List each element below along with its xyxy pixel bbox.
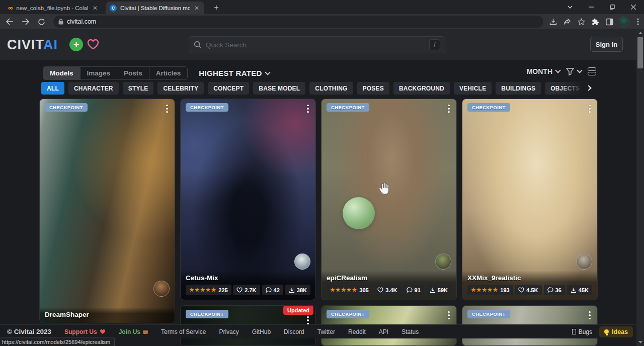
comment-icon <box>266 287 272 293</box>
model-card-dreamshaper[interactable]: CHECKPOINT DreamShaper <box>39 99 175 323</box>
upload-plus-button[interactable]: + <box>69 38 83 51</box>
creator-avatar[interactable] <box>576 253 592 270</box>
category-vehicle[interactable]: VEHICLE <box>454 82 492 95</box>
tab-close-icon[interactable]: ✕ <box>92 5 99 12</box>
category-all[interactable]: ALL <box>41 82 64 95</box>
model-preview-image <box>462 99 597 300</box>
filter-funnel-dropdown[interactable] <box>566 68 582 75</box>
new-tab-button[interactable]: + <box>210 2 222 13</box>
window-menu-chevron-icon[interactable] <box>559 0 581 14</box>
search-icon <box>194 41 202 49</box>
join-us-link[interactable]: Join Us <box>119 328 148 335</box>
footer-link-discord[interactable]: Discord <box>284 328 304 335</box>
category-buildings[interactable]: BUILDINGS <box>496 82 541 95</box>
download-icon[interactable] <box>547 16 559 28</box>
support-us-label: Support Us <box>64 328 97 335</box>
status-url-text: https://civitai.com/models/25694/epicrea… <box>2 339 110 345</box>
scrollbar-down-arrow-icon[interactable] <box>638 341 642 343</box>
tab-title: Civitai | Stable Diffusion models, <box>120 5 190 11</box>
category-style[interactable]: STYLE <box>123 82 154 95</box>
rating-count: 225 <box>218 287 227 293</box>
tab-posts[interactable]: Posts <box>117 67 149 79</box>
model-card-epicrealism[interactable]: CHECKPOINT epiCRealism ★★★★★ 305 3.4K 91 <box>321 99 457 300</box>
back-icon[interactable] <box>3 15 16 28</box>
scrollbar-thumb[interactable] <box>637 37 643 68</box>
window-controls <box>559 0 644 14</box>
card-menu-kebab-icon[interactable] <box>163 103 172 114</box>
minimize-icon[interactable] <box>581 0 602 14</box>
rating-pill: ★★★★★ 305 <box>327 285 372 295</box>
category-poses[interactable]: POSES <box>357 82 389 95</box>
scrollbar-up-arrow-icon[interactable] <box>638 32 642 34</box>
footer-link-twitter[interactable]: Twitter <box>317 328 335 335</box>
logo-civit-text: CIVIT <box>7 37 43 52</box>
category-clothing[interactable]: CLOTHING <box>309 82 353 95</box>
tab-title: new_colab_file.ipynb - Colaborat <box>16 5 88 11</box>
reload-icon[interactable] <box>35 15 48 28</box>
footer-right: Bugs Ideas <box>572 326 633 337</box>
footer-link-terms[interactable]: Terms of Service <box>161 328 206 335</box>
model-card-cetus-mix[interactable]: CHECKPOINT Cetus-Mix ★★★★★ 225 2.7K 42 <box>180 99 316 300</box>
category-base-model[interactable]: BASE MODEL <box>253 82 305 95</box>
logo-ai-text: AI <box>43 37 58 52</box>
footer-link-status[interactable]: Status <box>401 328 419 335</box>
card-stats: ★★★★★ 225 2.7K 42 38K <box>186 285 310 295</box>
maximize-icon[interactable] <box>602 0 623 14</box>
category-celebrity[interactable]: CELEBRITY <box>157 82 204 95</box>
favorites-heart-icon[interactable] <box>87 38 100 52</box>
category-concept[interactable]: CONCEPT <box>208 82 249 95</box>
card-stats: ★★★★★ 193 4.5K 36 45K <box>467 285 592 295</box>
model-name: DreamShaper <box>45 311 170 318</box>
card-menu-kebab-icon[interactable] <box>585 310 594 321</box>
sign-in-button[interactable]: Sign In <box>590 37 623 52</box>
creator-avatar[interactable] <box>294 253 310 270</box>
footer-link-api[interactable]: API <box>379 328 388 335</box>
browser-tab-colab[interactable]: ∞ new_colab_file.ipynb - Colaborat ✕ <box>4 2 103 14</box>
model-card-xxmix9realistic[interactable]: CHECKPOINT XXMix_9realistic ★★★★★ 193 4.… <box>462 99 598 300</box>
layout-toggle-icon[interactable] <box>588 67 596 75</box>
category-background[interactable]: BACKGROUND <box>393 82 450 95</box>
ideas-button[interactable]: Ideas <box>599 326 633 337</box>
forward-icon[interactable] <box>19 15 32 28</box>
support-us-link[interactable]: Support Us <box>64 328 106 335</box>
share-icon[interactable] <box>561 16 574 28</box>
bugs-link[interactable]: Bugs <box>572 328 592 335</box>
extensions-puzzle-icon[interactable] <box>590 16 602 28</box>
tab-models[interactable]: Models <box>43 67 80 79</box>
browser-profile-avatar[interactable] <box>618 16 630 28</box>
star-rating-icons: ★★★★★ <box>189 287 216 293</box>
civitai-logo[interactable]: CIVITAI <box>7 37 58 53</box>
bookmark-star-icon[interactable] <box>576 16 588 28</box>
downloads-pill: 59K <box>426 285 451 295</box>
footer-link-github[interactable]: GitHub <box>252 328 271 335</box>
tab-images[interactable]: Images <box>80 67 118 79</box>
browser-tab-civitai[interactable]: C Civitai | Stable Diffusion models, ✕ <box>106 2 204 14</box>
bug-icon <box>572 329 576 334</box>
site-footer: © Civitai 2023 Support Us Join Us Terms … <box>0 324 644 338</box>
period-dropdown[interactable]: MONTH <box>527 67 560 75</box>
civitai-favicon-icon: C <box>110 5 117 12</box>
content-type-tabs: Models Images Posts Articles <box>43 66 188 80</box>
footer-link-privacy[interactable]: Privacy <box>219 328 238 335</box>
card-menu-kebab-icon[interactable] <box>444 103 453 114</box>
creator-avatar[interactable] <box>153 281 170 297</box>
tab-articles[interactable]: Articles <box>149 67 188 79</box>
side-panel-icon[interactable] <box>604 16 616 28</box>
rating-count: 305 <box>359 287 368 293</box>
address-bar[interactable]: civitai.com <box>53 16 543 28</box>
card-menu-kebab-icon[interactable] <box>303 103 312 114</box>
browser-menu-kebab-icon[interactable] <box>632 16 644 28</box>
quick-search-input[interactable]: Quick Search / <box>189 36 445 53</box>
tab-close-icon[interactable]: ✕ <box>193 5 200 12</box>
categories-scroll-right-icon[interactable] <box>584 82 595 94</box>
creator-avatar[interactable] <box>435 253 451 270</box>
category-character[interactable]: CHARACTER <box>68 82 119 95</box>
footer-link-reddit[interactable]: Reddit <box>348 328 366 335</box>
lock-icon <box>58 19 63 25</box>
card-menu-kebab-icon[interactable] <box>585 103 594 114</box>
sort-dropdown[interactable]: HIGHEST RATED <box>199 69 269 77</box>
search-placeholder: Quick Search <box>206 41 425 49</box>
card-menu-kebab-icon[interactable] <box>444 310 453 321</box>
close-window-icon[interactable] <box>623 0 644 14</box>
page-scrollbar[interactable] <box>636 29 644 346</box>
